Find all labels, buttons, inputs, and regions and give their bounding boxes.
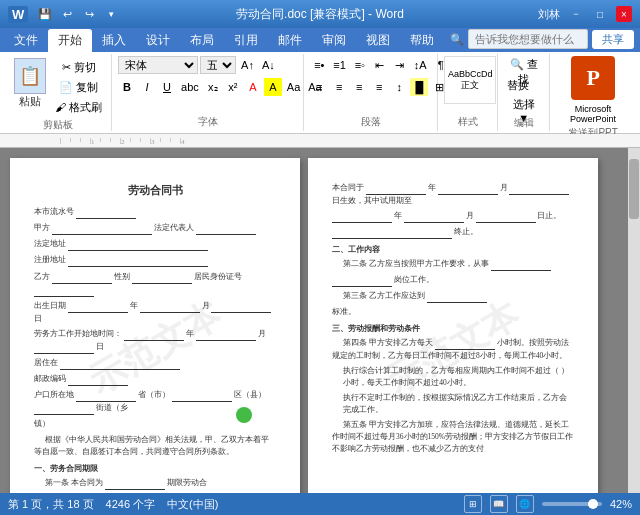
birth-date-line: 出生日期 年 月 日 — [34, 300, 276, 325]
clipboard-group: 📋 粘贴 ✂ 剪切 📄 复制 🖌 格式刷 剪贴板 — [4, 54, 112, 131]
page1-content: 劳动合同书 本市流水号 甲方 法定代表人 法定地址 注册地址 — [34, 182, 276, 493]
style-name: 正文 — [461, 79, 479, 92]
tab-view[interactable]: 视图 — [356, 29, 400, 52]
ruler-mark: 4 — [180, 138, 190, 144]
shading-button[interactable]: █ — [410, 78, 428, 96]
paragraph-group: ≡• ≡1 ≡◦ ⇤ ⇥ ↕A ¶ ≡ ≡ ≡ ≡ ↕ █ ⊞ 段落 — [304, 54, 438, 131]
zoom-slider[interactable] — [542, 502, 602, 506]
font-color-button[interactable]: A — [244, 78, 262, 96]
quick-more[interactable]: ▼ — [102, 5, 120, 23]
align-right-button[interactable]: ≡ — [350, 78, 368, 96]
share-button[interactable]: 共享 — [592, 30, 634, 49]
doc-title: 劳动合同.doc [兼容模式] - Word — [236, 7, 404, 21]
underline-button[interactable]: U — [158, 78, 176, 96]
article2: 第二条 乙方应当按照甲方工作要求，从事 — [332, 258, 574, 271]
view-read-button[interactable]: 📖 — [490, 495, 508, 513]
multilevel-list-button[interactable]: ≡◦ — [351, 56, 369, 74]
list-row: ≡• ≡1 ≡◦ ⇤ ⇥ ↕A ¶ — [310, 56, 449, 74]
zoom-thumb[interactable] — [588, 499, 598, 509]
styles-group: AaBbCcDd 正文 样式 — [438, 54, 498, 131]
highlight-button[interactable]: A — [264, 78, 282, 96]
subscript-button[interactable]: x₂ — [204, 78, 222, 96]
styles-label: 样式 — [444, 113, 491, 129]
tab-insert[interactable]: 插入 — [92, 29, 136, 52]
cut-button[interactable]: ✂ 剪切 — [52, 58, 105, 76]
tab-references[interactable]: 引用 — [224, 29, 268, 52]
word-count: 4246 个字 — [106, 497, 156, 512]
align-left-button[interactable]: ≡ — [310, 78, 328, 96]
decrease-indent-button[interactable]: ⇤ — [371, 56, 389, 74]
tab-review[interactable]: 审阅 — [312, 29, 356, 52]
paragraph-content: ≡• ≡1 ≡◦ ⇤ ⇥ ↕A ¶ ≡ ≡ ≡ ≡ ↕ █ ⊞ — [310, 56, 449, 113]
find-button[interactable]: 🔍 查找 — [504, 56, 543, 74]
word-icon: W — [8, 6, 28, 23]
effective-date: 本合同于 年 月 日生效，其中试用期至 — [332, 182, 574, 207]
font-name-row: 宋体 五号 小四 四号 A↑ A↓ — [118, 56, 278, 74]
close-button[interactable]: × — [616, 6, 632, 22]
article1: 第一条 本合同为 期限劳动合 — [34, 477, 276, 490]
bullet-list-button[interactable]: ≡• — [310, 56, 328, 74]
tab-design[interactable]: 设计 — [136, 29, 180, 52]
tab-layout[interactable]: 布局 — [180, 29, 224, 52]
number-list-button[interactable]: ≡1 — [330, 56, 349, 74]
tab-file[interactable]: 文件 — [4, 29, 48, 52]
line-spacing-button[interactable]: ↕ — [390, 78, 408, 96]
dismissal-line: 终止。 — [332, 226, 574, 239]
bold-button[interactable]: B — [118, 78, 136, 96]
styles-box[interactable]: AaBbCcDd 正文 — [444, 56, 496, 104]
view-web-button[interactable]: 🌐 — [516, 495, 534, 513]
decrease-font-button[interactable]: A↓ — [259, 56, 278, 74]
search-input[interactable] — [468, 29, 588, 49]
quick-save[interactable]: 💾 — [36, 5, 54, 23]
clipboard-actions: ✂ 剪切 📄 复制 🖌 格式刷 — [52, 58, 105, 116]
clipboard-label: 剪贴板 — [10, 116, 105, 132]
ppt-name: Microsoft PowerPoint — [556, 104, 630, 124]
ruler-marks: 1 2 3 4 — [60, 138, 580, 144]
clipboard-content: 📋 粘贴 ✂ 剪切 📄 复制 🖌 格式刷 — [10, 56, 105, 116]
paste-button[interactable]: 📋 粘贴 — [10, 56, 50, 111]
justify-button[interactable]: ≡ — [370, 78, 388, 96]
ppt-icon[interactable]: P — [571, 56, 615, 100]
search-icon-area[interactable]: 🔍 — [450, 29, 588, 49]
italic-button[interactable]: I — [138, 78, 156, 96]
copy-button[interactable]: 📄 复制 — [52, 78, 105, 96]
format-painter-button[interactable]: 🖌 格式刷 — [52, 98, 105, 116]
ruler-mark — [140, 138, 150, 142]
font-size-select[interactable]: 五号 小四 四号 — [200, 56, 236, 74]
replace-button[interactable]: 替换 — [504, 76, 532, 94]
minimize-button[interactable]: － — [568, 6, 584, 22]
tab-home[interactable]: 开始 — [48, 29, 92, 52]
ruler-mark — [130, 138, 140, 142]
select-button[interactable]: 选择 ▼ — [504, 96, 543, 114]
tab-help[interactable]: 帮助 — [400, 29, 444, 52]
align-center-button[interactable]: ≡ — [330, 78, 348, 96]
strikethrough-button[interactable]: abc — [178, 78, 202, 96]
font-group: 宋体 五号 小四 四号 A↑ A↓ B I U abc x₂ x² A A Aa — [112, 54, 304, 131]
tab-mailings[interactable]: 邮件 — [268, 29, 312, 52]
sort-button[interactable]: ↕A — [411, 56, 430, 74]
font-name-select[interactable]: 宋体 — [118, 56, 198, 74]
postal-line: 邮政编码 — [34, 373, 276, 386]
increase-font-button[interactable]: A↑ — [238, 56, 257, 74]
styles-content: AaBbCcDd 正文 — [444, 56, 496, 113]
font-style-row: B I U abc x₂ x² A A Aa Aa — [118, 78, 325, 96]
section2-title: 二、工作内容 — [332, 244, 574, 256]
party-a-line: 甲方 法定代表人 — [34, 222, 276, 235]
household-line: 户口所在地 省（市） 区（县） 街道（乡 — [34, 389, 276, 415]
ruler-mark — [70, 138, 80, 142]
doc-page-1: 示范文本 劳动合同书 本市流水号 甲方 法定代表人 法定地址 — [10, 158, 300, 493]
increase-indent-button[interactable]: ⇥ — [391, 56, 409, 74]
title-center: 劳动合同.doc [兼容模式] - Word — [236, 6, 404, 23]
article3: 第三条 乙方工作应达到 — [332, 290, 574, 303]
superscript-button[interactable]: x² — [224, 78, 242, 96]
employer-address-line: 劳务方工作开始地时间： 年 月 日 — [34, 328, 276, 354]
vertical-scrollbar[interactable] — [628, 148, 640, 493]
maximize-button[interactable]: □ — [592, 6, 608, 22]
ruler-mark: 3 — [150, 138, 160, 144]
quick-redo[interactable]: ↪ — [80, 5, 98, 23]
clear-format-button[interactable]: Aa — [284, 78, 303, 96]
align-row: ≡ ≡ ≡ ≡ ↕ █ ⊞ — [310, 78, 448, 96]
view-print-button[interactable]: ⊞ — [464, 495, 482, 513]
quick-undo[interactable]: ↩ — [58, 5, 76, 23]
scrollbar-thumb[interactable] — [629, 159, 639, 219]
